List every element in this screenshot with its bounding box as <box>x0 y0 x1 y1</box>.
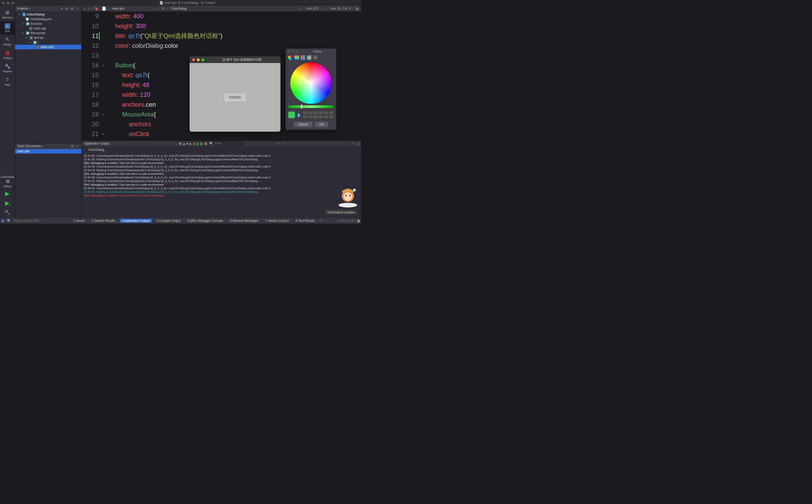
locator-input[interactable] <box>13 219 55 223</box>
tree-pro-file[interactable]: 📄ColorDialog.pro <box>15 17 81 21</box>
close-output-icon[interactable]: □ <box>356 142 361 146</box>
palette-mode-icon[interactable] <box>301 55 305 60</box>
output-tab[interactable]: ColorDialog <box>84 147 108 152</box>
mode-welcome[interactable]: ⊞Welcome <box>0 8 15 21</box>
output-log[interactable]: 22:41:00: /Users/hackerx/Desktop/build-C… <box>82 152 361 218</box>
tree-resources[interactable]: ▾📁Resources <box>15 31 81 35</box>
status-tab-vcs[interactable]: 7 Version Control <box>263 219 291 223</box>
down-icon[interactable]: ▾ <box>186 142 188 146</box>
open-docs-title: Open Documents <box>17 144 41 148</box>
bookmark-icon[interactable]: 🔖 <box>93 6 99 11</box>
mascot-icon <box>336 185 360 209</box>
gear-icon[interactable]: ⚙ <box>204 142 207 146</box>
tree-sources[interactable]: ▾📁Sources <box>15 21 81 26</box>
status-tab-tests[interactable]: 8 Test Results <box>294 219 317 223</box>
svg-point-8 <box>354 189 355 191</box>
wheel-cursor-icon[interactable] <box>306 76 310 80</box>
add-icon[interactable]: ⊞ <box>70 6 74 11</box>
svg-point-3 <box>345 195 347 196</box>
mode-debug[interactable]: 🐞Debug <box>0 48 15 61</box>
mode-design[interactable]: ✎Design <box>0 35 15 48</box>
add-output-icon[interactable]: + <box>275 142 280 146</box>
output-title: Application Output <box>82 142 112 145</box>
svg-point-2 <box>344 192 352 201</box>
tree-mainqml[interactable]: qmain.qml <box>15 45 81 49</box>
status-tab-qml[interactable]: 5 QML Debugger Console <box>185 219 225 223</box>
swatch-grid[interactable] <box>302 111 334 119</box>
tree-slash[interactable]: ▾📁/ <box>15 40 81 45</box>
run-icon[interactable]: ▶ <box>189 142 192 146</box>
color-picker-window[interactable]: Colors 🖼 ✏ 💧 Cancel OK <box>286 49 336 130</box>
status-tab-general[interactable]: 6 General Messages <box>228 219 261 223</box>
fold-column[interactable]: ▾▾▾ <box>102 11 106 146</box>
panel-toggle-icon[interactable]: ◨ <box>357 219 360 223</box>
up-icon[interactable]: ▴ <box>183 142 185 146</box>
close-icon[interactable] <box>288 50 290 53</box>
remove-output-icon[interactable]: − <box>280 142 286 146</box>
status-tab-search[interactable]: 2 Search Results <box>90 219 117 223</box>
sliders-mode-icon[interactable] <box>294 55 299 60</box>
output-filter[interactable] <box>213 141 244 146</box>
nav-back-icon[interactable]: ‹ <box>83 6 86 11</box>
color-wheel[interactable] <box>290 62 332 104</box>
debug-run-button[interactable]: ▶● <box>0 199 15 208</box>
brightness-slider[interactable] <box>288 105 334 108</box>
filter-icon[interactable]: ▾ <box>60 6 64 11</box>
file-type-icon: 📄 <box>101 6 107 11</box>
line-gutter: 910 1112 1314 1516 1718 1920 2122 <box>82 11 102 146</box>
file-crumb[interactable]: main.qml▾ <box>110 7 159 10</box>
line-ending[interactable]: Unix (LF) <box>303 7 321 10</box>
pencils-mode-icon[interactable]: ✏ <box>313 55 318 60</box>
project-tree[interactable]: ▾QColorDialog 📄ColorDialog.pro ▾📁Sources… <box>15 11 81 50</box>
update-toast: Checking for Updates <box>325 210 357 215</box>
wheel-mode-icon[interactable] <box>288 55 293 60</box>
ok-button[interactable]: OK <box>315 122 328 127</box>
zoom-icon[interactable] <box>296 50 299 53</box>
open-doc-item[interactable]: main.qml <box>15 149 81 154</box>
kit-selector[interactable]: ColorDialog🖥Debug <box>0 174 15 189</box>
sidebar-toggle-icon[interactable]: ◧ <box>2 219 4 223</box>
app-title: Qt 基于 Qml 选择颜色对话框 <box>206 58 278 62</box>
run-button[interactable]: ▶ <box>0 189 15 199</box>
running-app-window[interactable]: Qt 基于 Qml 选择颜色对话框 选择颜色 <box>190 56 280 132</box>
split-icon[interactable]: ⊞ <box>70 144 74 148</box>
close-icon[interactable]: □ <box>75 144 79 148</box>
minimize-icon[interactable] <box>197 58 200 61</box>
mode-edit[interactable]: ≡Edit <box>0 21 15 35</box>
tree-project[interactable]: ▾QColorDialog <box>15 12 81 17</box>
projects-panel: Projects ▾ ▾ ⊘ ⊞ □ ▾QColorDialog 📄ColorD… <box>15 6 82 149</box>
minimize-icon[interactable] <box>292 50 294 53</box>
eyedropper-icon[interactable]: 💧 <box>296 113 301 117</box>
stop-icon[interactable]: ■ <box>193 142 195 146</box>
window-titlebar: main.qml @ ColorDialog - Qt Creator <box>0 0 361 6</box>
zoom-icon[interactable] <box>201 58 204 61</box>
close-icon[interactable] <box>192 58 195 61</box>
tree-qrc[interactable]: ▾qqml.qrc <box>15 35 81 40</box>
status-tab-appout[interactable]: 3 Application Output <box>120 219 152 223</box>
cursor-pos[interactable]: Line: 31, Col: 6 <box>327 7 353 10</box>
tree-maincpp[interactable]: cmain.cpp <box>15 26 81 31</box>
mode-help[interactable]: ?Help <box>0 75 15 88</box>
build-button[interactable]: 🔨 <box>0 208 15 218</box>
cancel-button[interactable]: Cancel <box>294 122 313 127</box>
output-pane: Application Output ⚙ ▴ ▾ ▶ ■ ▶ ▶ ⚙ 🔍 + −… <box>82 140 361 218</box>
colors-title: Colors <box>300 50 334 53</box>
nav-fwd-icon[interactable]: › <box>88 6 90 11</box>
link-icon[interactable]: ⊘ <box>65 6 69 11</box>
image-mode-icon[interactable]: 🖼 <box>307 55 311 60</box>
split-icon[interactable]: □ <box>75 6 79 11</box>
collapse-icon[interactable]: ⌃ <box>350 142 356 146</box>
mode-projects[interactable]: 🔧Projects <box>0 61 15 75</box>
split-editor-icon[interactable]: ⊞ <box>355 6 360 11</box>
status-tab-issues[interactable]: 1 Issues <box>71 219 87 223</box>
attach-icon[interactable]: ▶ <box>197 142 199 146</box>
traffic-lights[interactable] <box>2 2 14 4</box>
close-file-icon[interactable]: ✕ <box>161 6 166 11</box>
settings-icon[interactable]: ⚙ <box>179 142 182 146</box>
mode-rail: ⊞Welcome ≡Edit ✎Design 🐞Debug 🔧Projects … <box>0 6 15 218</box>
choose-color-button[interactable]: 选择颜色 <box>224 93 246 102</box>
status-tab-compile[interactable]: 4 Compile Output <box>154 219 183 223</box>
watermark: CSDN工程师 <box>338 219 354 223</box>
symbol-crumb[interactable]: ColorDialog <box>169 7 188 10</box>
debug-attach-icon[interactable]: ▶ <box>200 142 203 146</box>
